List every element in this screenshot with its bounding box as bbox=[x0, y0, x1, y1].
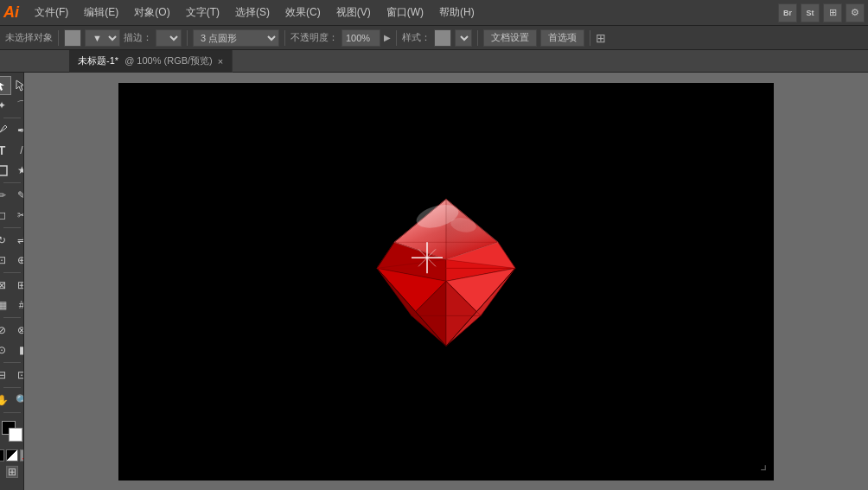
opacity-label: 不透明度： bbox=[290, 31, 338, 44]
screen-mode-button[interactable]: ⊞ bbox=[6, 466, 18, 478]
svg-rect-3 bbox=[0, 166, 7, 175]
menu-help[interactable]: 帮助(H) bbox=[432, 3, 482, 22]
toolbar-sep-6 bbox=[590, 30, 590, 46]
document-tab[interactable]: 未标题-1* @ 100% (RGB/预览) × bbox=[69, 50, 233, 73]
graph-tool[interactable]: ▮ bbox=[12, 340, 24, 360]
reflect-tool[interactable]: ⇌ bbox=[12, 231, 24, 250]
background-color-swatch[interactable] bbox=[9, 428, 22, 442]
menu-view[interactable]: 视图(V) bbox=[329, 3, 378, 22]
menu-window[interactable]: 窗口(W) bbox=[380, 3, 431, 22]
stroke-style-select[interactable]: 3 点圆形 bbox=[193, 29, 279, 47]
menu-edit[interactable]: 编辑(E) bbox=[77, 3, 125, 22]
menu-object[interactable]: 对象(O) bbox=[127, 3, 176, 22]
shape-builder-tool[interactable]: ⊞ bbox=[12, 276, 24, 295]
lasso-tool[interactable]: ⌒ bbox=[12, 96, 24, 115]
canvas-area[interactable]: ⌟ bbox=[24, 73, 868, 490]
selection-tool[interactable] bbox=[0, 76, 11, 95]
style-label: 样式： bbox=[402, 31, 431, 44]
opacity-input[interactable] bbox=[341, 29, 380, 47]
menu-select[interactable]: 选择(S) bbox=[228, 3, 277, 22]
free-transform-tool[interactable]: ⊠ bbox=[0, 276, 11, 295]
artboard: ⌟ bbox=[118, 83, 774, 480]
slice-tool[interactable]: ⊡ bbox=[12, 366, 24, 385]
stroke-select[interactable]: ○ bbox=[156, 29, 182, 47]
tab-title: 未标题-1* @ 100% (RGB/预览) bbox=[78, 54, 213, 67]
star-tool[interactable]: ★ bbox=[12, 161, 24, 180]
scale-tools-row: ⊡ ⊕ bbox=[0, 251, 24, 270]
main-area: ✦ ⌒ ✒ T / ★ ✏ ✎ bbox=[0, 73, 868, 490]
scale-tool[interactable]: ⊡ bbox=[0, 251, 11, 270]
svg-marker-0 bbox=[0, 80, 4, 91]
gradient-tools-row: ▦ # bbox=[0, 296, 24, 315]
gem-graphic bbox=[325, 147, 567, 391]
fill-swatch[interactable] bbox=[64, 29, 81, 47]
none-icon[interactable] bbox=[0, 449, 4, 461]
warp-tool[interactable]: ⊕ bbox=[12, 251, 24, 270]
menu-text[interactable]: 文字(T) bbox=[179, 3, 227, 22]
rotate-tools-row: ↻ ⇌ bbox=[0, 231, 24, 250]
fill-select[interactable]: ▼ bbox=[85, 29, 120, 47]
toolbar-sep-1 bbox=[58, 30, 59, 46]
eyedropper-tool[interactable]: ⊘ bbox=[0, 321, 11, 340]
direct-selection-tool[interactable] bbox=[12, 76, 24, 95]
doc-settings-button[interactable]: 文档设置 bbox=[483, 29, 537, 47]
tool-sep-5 bbox=[3, 317, 21, 318]
menu-bar: Ai 文件(F) 编辑(E) 对象(O) 文字(T) 选择(S) 效果(C) 视… bbox=[0, 0, 868, 26]
corner-indicator: ⌟ bbox=[760, 455, 767, 474]
eraser-tool[interactable]: ◻ bbox=[0, 206, 11, 225]
toolbar-sep-3 bbox=[284, 30, 285, 46]
tool-sep-1 bbox=[3, 118, 21, 118]
artboard-row: ⊟ ⊡ bbox=[0, 366, 24, 385]
menu-file[interactable]: 文件(F) bbox=[28, 3, 75, 22]
type-tool[interactable]: T bbox=[0, 141, 11, 160]
gradient-tool[interactable]: ▦ bbox=[0, 296, 11, 315]
opacity-arrow[interactable]: ▶ bbox=[384, 33, 391, 42]
free-transform-row: ⊠ ⊞ bbox=[0, 276, 24, 295]
left-toolbar: ✦ ⌒ ✒ T / ★ ✏ ✎ bbox=[0, 73, 24, 490]
svg-marker-1 bbox=[16, 80, 24, 91]
stock-icon[interactable]: St bbox=[801, 3, 820, 22]
style-select[interactable]: ▼ bbox=[455, 29, 472, 47]
mesh-tool[interactable]: # bbox=[12, 296, 24, 315]
extra-toolbar-icon[interactable]: ⊞ bbox=[596, 31, 606, 45]
toolbar-sep-4 bbox=[396, 30, 397, 46]
scissors-tool[interactable]: ✂ bbox=[12, 206, 24, 225]
add-anchor-tool[interactable]: ✒ bbox=[12, 121, 24, 140]
type-tools-row: T / bbox=[0, 141, 24, 160]
tool-sep-4 bbox=[3, 272, 21, 273]
tool-sep-6 bbox=[3, 362, 21, 363]
tab-close-button[interactable]: × bbox=[218, 56, 223, 67]
rotate-tool[interactable]: ↻ bbox=[0, 231, 11, 250]
tool-sep-7 bbox=[3, 387, 21, 388]
control-toolbar: 未选择对象 ▼ 描边： ○ 3 点圆形 不透明度： ▶ 样式： ▼ 文档设置 首… bbox=[0, 26, 868, 50]
artboard-tool[interactable]: ⊟ bbox=[0, 366, 11, 385]
preferences-button[interactable]: 首选项 bbox=[540, 29, 584, 47]
paintbrush-tool[interactable]: ✏ bbox=[0, 186, 11, 205]
zoom-tool[interactable]: 🔍 bbox=[12, 391, 24, 410]
line-tool[interactable]: / bbox=[12, 141, 24, 160]
app-logo: Ai bbox=[3, 3, 19, 22]
color-mode-row bbox=[0, 449, 24, 461]
symbol-tool[interactable]: ⊙ bbox=[0, 340, 11, 360]
rect-tool[interactable] bbox=[0, 161, 11, 180]
magic-tools-row: ✦ ⌒ bbox=[0, 96, 24, 115]
tool-sep-3 bbox=[3, 227, 21, 228]
menu-effect[interactable]: 效果(C) bbox=[278, 3, 328, 22]
workspace-icon[interactable]: ⊞ bbox=[823, 3, 842, 22]
hand-tool[interactable]: ✋ bbox=[0, 391, 11, 410]
pen-tool[interactable] bbox=[0, 121, 11, 140]
symbol-row: ⊙ ▮ bbox=[0, 340, 24, 360]
magic-wand-tool[interactable]: ✦ bbox=[0, 96, 11, 115]
tab-bar: 未标题-1* @ 100% (RGB/预览) × bbox=[0, 50, 868, 73]
gradient-icon[interactable] bbox=[6, 449, 18, 461]
toolbar-sep-2 bbox=[187, 30, 188, 46]
blend-tool[interactable]: ⊗ bbox=[12, 321, 24, 340]
tool-sep-8 bbox=[3, 412, 21, 413]
eyedropper-row: ⊘ ⊗ bbox=[0, 321, 24, 340]
no-selection-label: 未选择对象 bbox=[5, 31, 53, 44]
bridge-icon[interactable]: Br bbox=[778, 3, 797, 22]
sync-icon[interactable]: ⚙ bbox=[846, 3, 865, 22]
style-swatch[interactable] bbox=[434, 29, 451, 47]
pen-tools-row: ✒ bbox=[0, 121, 24, 140]
pencil-tool[interactable]: ✎ bbox=[12, 186, 24, 205]
